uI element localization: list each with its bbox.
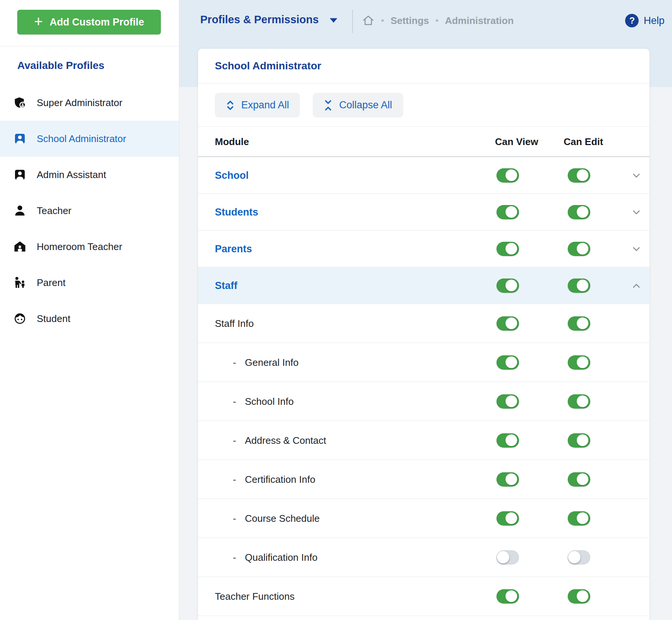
help-button[interactable]: ? Help [625, 0, 664, 41]
sub-item-dash: - [233, 395, 236, 407]
person-icon [14, 204, 26, 217]
sidebar-item-student[interactable]: Student [0, 301, 179, 337]
sub-item-dash: - [233, 434, 236, 446]
permission-row-address-contact: -Address & Contact [198, 421, 650, 460]
help-label: Help [644, 15, 664, 27]
table-header: Module Can View Can Edit [198, 127, 650, 157]
sub-item-dash: - [233, 512, 236, 524]
sub-item-dash: - [233, 473, 236, 485]
home-icon[interactable] [362, 14, 375, 27]
row-label-school[interactable]: School [215, 169, 249, 181]
expand-all-button[interactable]: Expand All [215, 93, 300, 117]
can-view-toggle-on[interactable] [496, 433, 519, 448]
can-edit-toggle-on[interactable] [568, 433, 590, 448]
can-view-toggle-on[interactable] [496, 279, 519, 293]
unfold-less-icon [324, 99, 333, 112]
can-view-toggle-on[interactable] [496, 472, 519, 487]
row-label-staff-info: Staff Info [215, 317, 254, 329]
collapse-all-label: Collapse All [339, 99, 392, 111]
can-edit-toggle-on[interactable] [568, 205, 590, 219]
permission-row-students: Students [198, 194, 650, 231]
profile-list: Super AdministratorSchool AdministratorA… [0, 85, 179, 337]
can-view-toggle-on[interactable] [496, 316, 519, 331]
can-edit-toggle-off[interactable] [568, 550, 590, 565]
permission-row-general-info: -General Info [198, 343, 650, 382]
sidebar-item-label: Super Administrator [37, 97, 122, 109]
add-custom-profile-button[interactable]: + Add Custom Profile [17, 10, 161, 34]
row-label-parents[interactable]: Parents [215, 243, 252, 255]
can-view-toggle-on[interactable] [496, 394, 519, 409]
page-title[interactable]: Profiles & Permissions [200, 13, 319, 26]
sidebar-item-label: Teacher [37, 205, 72, 217]
sidebar-item-label: Student [37, 313, 70, 325]
house-person-icon [14, 240, 26, 253]
row-label-teacher-functions: Teacher Functions [215, 590, 294, 602]
can-edit-toggle-on[interactable] [568, 316, 590, 331]
chevron-down-icon[interactable] [630, 243, 643, 255]
can-view-toggle-on[interactable] [496, 589, 519, 604]
permission-row-certification-info: -Certification Info [198, 460, 650, 499]
can-edit-toggle-on[interactable] [568, 168, 590, 183]
badge-person-icon [14, 132, 26, 145]
selected-profile-title: School Administrator [215, 60, 321, 72]
breadcrumb-settings[interactable]: Settings [390, 15, 429, 27]
card-title-row: School Administrator [198, 49, 650, 84]
chevron-down-icon[interactable] [630, 206, 643, 219]
chevron-down-icon[interactable] [630, 169, 643, 182]
sidebar-top: + Add Custom Profile [0, 0, 179, 46]
permission-row-parents: Parents [198, 231, 650, 267]
profiles-permissions-page: + Add Custom Profile Available Profiles … [0, 0, 672, 620]
row-label-school-info: School Info [245, 395, 294, 407]
help-icon: ? [625, 14, 639, 27]
collapse-all-button[interactable]: Collapse All [313, 93, 403, 117]
profiles-sidebar: + Add Custom Profile Available Profiles … [0, 0, 179, 620]
permission-row-school: School [198, 157, 650, 194]
can-edit-toggle-on[interactable] [568, 394, 590, 409]
sidebar-item-homeroom-teacher[interactable]: Homeroom Teacher [0, 229, 179, 265]
row-label-address-contact: Address & Contact [245, 434, 326, 446]
permission-row-teacher-functions: Teacher Functions [198, 577, 650, 616]
toolbar: Expand All Collapse All [198, 84, 650, 127]
sub-item-dash: - [233, 356, 236, 368]
can-view-toggle-on[interactable] [496, 168, 519, 183]
can-edit-toggle-on[interactable] [568, 355, 590, 370]
can-view-toggle-on[interactable] [496, 511, 519, 526]
chevron-up-icon[interactable] [630, 279, 643, 292]
can-edit-toggle-on[interactable] [568, 511, 590, 526]
can-view-toggle-on[interactable] [496, 242, 519, 256]
column-header-can-view: Can View [495, 136, 538, 147]
sidebar-item-school-administrator[interactable]: School Administrator [0, 121, 179, 157]
can-edit-toggle-on[interactable] [568, 589, 590, 604]
can-edit-toggle-on[interactable] [568, 279, 590, 293]
permission-row-school-info: -School Info [198, 382, 650, 421]
column-header-can-edit: Can Edit [564, 136, 603, 147]
dropdown-caret-icon[interactable] [329, 18, 338, 25]
sidebar-item-admin-assistant[interactable]: Admin Assistant [0, 157, 179, 193]
sidebar-item-teacher[interactable]: Teacher [0, 193, 179, 229]
permission-row-staff-info: Staff Info [198, 304, 650, 343]
permission-row-course-schedule: -Course Schedule [198, 499, 650, 538]
can-view-toggle-on[interactable] [496, 205, 519, 219]
sidebar-item-label: School Administrator [37, 133, 126, 145]
sidebar-item-parent[interactable]: Parent [0, 265, 179, 301]
row-label-general-info: General Info [245, 356, 298, 368]
parent-child-icon [14, 276, 26, 289]
unfold-more-icon [226, 99, 235, 112]
permission-row-qualification-info: -Qualification Info [198, 538, 650, 577]
sidebar-item-super-administrator[interactable]: Super Administrator [0, 85, 179, 121]
header-divider [352, 10, 353, 33]
row-label-staff[interactable]: Staff [215, 280, 237, 291]
can-edit-toggle-on[interactable] [568, 472, 590, 487]
row-label-course-schedule: Course Schedule [245, 512, 320, 524]
can-view-toggle-on[interactable] [496, 355, 519, 370]
breadcrumb: • Settings • Administration [362, 0, 514, 41]
permissions-rows: SchoolStudentsParentsStaffStaff Info-Gen… [198, 157, 650, 616]
sub-item-dash: - [233, 551, 236, 563]
plus-icon: + [34, 14, 43, 29]
row-label-qualification-info: Qualification Info [245, 551, 318, 563]
breadcrumb-administration[interactable]: Administration [445, 15, 513, 27]
sidebar-item-label: Admin Assistant [37, 169, 106, 181]
can-edit-toggle-on[interactable] [568, 242, 590, 256]
can-view-toggle-off[interactable] [496, 550, 519, 565]
row-label-students[interactable]: Students [215, 206, 258, 218]
